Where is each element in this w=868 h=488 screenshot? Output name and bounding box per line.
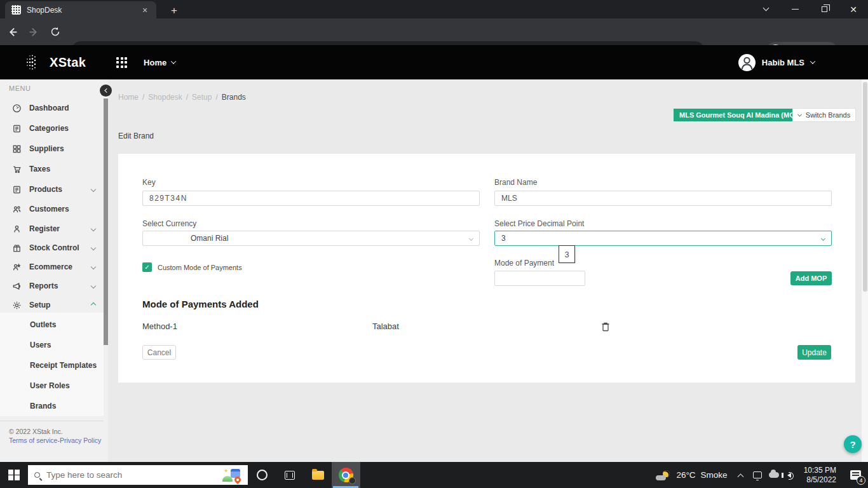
breadcrumb-home[interactable]: Home [118, 93, 139, 102]
nav-home[interactable]: Home [144, 58, 175, 67]
sidebar-item-customers[interactable]: Customers [11, 204, 95, 214]
logo-text[interactable]: XStak [50, 55, 86, 70]
brand-name-label: Brand Name [494, 178, 537, 187]
sidebar-item-categories[interactable]: Categories [11, 123, 95, 133]
taskbar-clock[interactable]: 10:35 PM 8/5/2022 [799, 466, 843, 485]
chevron-left-icon [104, 88, 109, 93]
windows-logo-icon [8, 470, 20, 481]
sidebar-item-reports[interactable]: Reports [11, 281, 95, 291]
chevron-down-icon [810, 58, 815, 64]
volume-tray-button[interactable] [782, 462, 799, 488]
onedrive-tray-button[interactable] [766, 462, 782, 488]
cortana-button[interactable] [248, 462, 276, 488]
search-highlights-icon[interactable]: ✦ [222, 468, 241, 483]
back-button[interactable] [3, 22, 22, 41]
main-content: Home/Shopdesk/Setup/Brands MLS Gourmet S… [108, 79, 868, 462]
sidebar-item-setup[interactable]: Setup [11, 300, 95, 310]
register-icon [11, 224, 22, 234]
sidebar-item-label: Categories [29, 124, 69, 133]
breadcrumb-shopdesk[interactable]: Shopdesk [148, 93, 182, 102]
key-input[interactable] [142, 191, 480, 206]
restore-icon [822, 6, 827, 12]
monitor-icon [753, 471, 762, 478]
app-header: XStak Home Habib MLS [0, 45, 868, 79]
custom-mop-checkbox-row[interactable]: ✓ Custom Mode of Payments [142, 262, 242, 272]
window-restore-button[interactable] [810, 0, 839, 18]
decimal-point-select[interactable]: 3 [494, 231, 832, 246]
currency-value: Omani Rial [143, 234, 228, 243]
window-close-button[interactable]: ✕ [839, 0, 868, 18]
clock-time: 10:35 PM [804, 466, 836, 475]
help-button[interactable]: ? [844, 435, 862, 453]
xstak-logo-icon [24, 51, 46, 73]
sidebar-item-taxes[interactable]: Taxes [11, 164, 95, 174]
page-scrollbar-thumb[interactable] [863, 82, 867, 292]
reload-button[interactable] [46, 22, 65, 41]
avatar [738, 54, 756, 71]
breadcrumb-setup[interactable]: Setup [192, 93, 212, 102]
currency-select[interactable]: Omani Rial [142, 231, 480, 246]
sidebar-item-register[interactable]: Register [11, 224, 95, 234]
switch-brands-label: Switch Brands [806, 111, 850, 119]
sidebar-item-users[interactable]: Users [30, 341, 51, 349]
brand-name-input[interactable] [494, 191, 832, 206]
file-explorer-button[interactable] [304, 462, 332, 488]
sidebar-item-receipt-templates[interactable]: Receipt Templates [30, 361, 97, 370]
chrome-taskbar-button[interactable] [332, 462, 360, 488]
window-chevron-button[interactable] [751, 0, 780, 18]
chevron-down-icon [797, 112, 802, 116]
sidebar-item-brands[interactable]: Brands [30, 402, 56, 410]
update-button[interactable]: Update [797, 345, 831, 360]
sidebar-item-outlets[interactable]: Outlets [30, 320, 56, 329]
sidebar-scrollbar[interactable] [104, 98, 108, 345]
mop-row-value: Talabat [372, 322, 399, 331]
decimal-point-value: 3 [495, 234, 506, 243]
checkbox-checked-icon[interactable]: ✓ [142, 262, 152, 272]
sidebar-item-ecommerce[interactable]: Ecommerce [11, 262, 95, 272]
key-label: Key [142, 178, 156, 187]
stock-control-icon [11, 243, 22, 253]
reload-icon [50, 27, 60, 37]
mop-input[interactable] [494, 271, 585, 286]
cancel-button[interactable]: Cancel [142, 345, 176, 360]
sidebar-item-stock-control[interactable]: Stock Control [11, 243, 95, 253]
window-minimize-button[interactable] [780, 0, 810, 18]
sidebar-collapse-button[interactable] [100, 85, 112, 97]
delete-mop-button[interactable] [600, 322, 612, 333]
sidebar-item-label: Taxes [29, 165, 50, 173]
tray-expand-button[interactable] [733, 462, 749, 488]
browser-tab-strip: ShopDesk × + ✕ [0, 0, 868, 18]
taskbar-weather[interactable]: 26°C Smoke [651, 470, 732, 480]
sidebar-item-user-roles[interactable]: User Roles [30, 381, 70, 390]
customers-icon [11, 204, 22, 214]
chevron-down-icon [91, 264, 96, 269]
forward-button[interactable] [24, 22, 43, 41]
switch-brands-button[interactable]: Switch Brands [792, 108, 856, 122]
browser-tab[interactable]: ShopDesk × [5, 1, 156, 18]
taskbar-search[interactable]: ✦ [28, 465, 248, 485]
sidebar-item-label: Reports [29, 281, 58, 290]
mop-row-name: Method-1 [142, 322, 177, 331]
folder-icon [312, 471, 324, 480]
sidebar-item-suppliers[interactable]: Suppliers [11, 144, 95, 154]
clock-date: 8/5/2022 [804, 475, 836, 485]
sidebar-item-dashboard[interactable]: Dashboard [11, 103, 95, 113]
notification-center-button[interactable]: 4 [843, 462, 868, 488]
teams-tray-button[interactable] [749, 462, 766, 488]
page-scrollbar[interactable] [862, 79, 868, 462]
terms-link[interactable]: Terms of service [9, 437, 57, 444]
currency-label: Select Currency [142, 219, 196, 228]
task-view-button[interactable] [276, 462, 304, 488]
new-tab-button[interactable]: + [166, 4, 182, 17]
sidebar-item-products[interactable]: Products [11, 184, 95, 194]
add-mop-button[interactable]: Add MOP [790, 271, 832, 285]
sidebar-item-label: Dashboard [29, 104, 69, 112]
tab-close-icon[interactable]: × [140, 6, 150, 15]
user-menu[interactable]: Habib MLS [738, 54, 815, 71]
app-grid-icon[interactable] [116, 57, 127, 68]
decimal-option-popup[interactable]: 3 [559, 245, 575, 263]
setup-icon [11, 300, 22, 310]
start-button[interactable] [0, 462, 28, 488]
privacy-link[interactable]: Privacy Policy [60, 437, 101, 444]
search-input[interactable] [46, 470, 216, 480]
